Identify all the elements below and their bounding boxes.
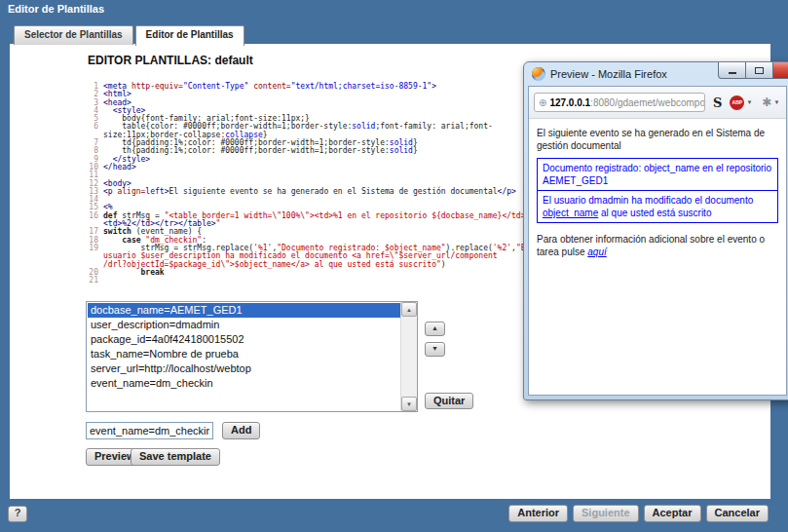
firefox-preview-window[interactable]: Preview - Mozilla Firefox × ⊕ 127.0.0.1:… — [523, 61, 788, 400]
addon-button[interactable]: ✱ ▼ — [760, 95, 779, 109]
remove-button[interactable]: Quitar — [425, 393, 473, 409]
list-item[interactable]: user_description=dmadmin — [88, 318, 400, 332]
scroll-down-icon[interactable]: ▼ — [401, 397, 417, 411]
firefox-icon — [532, 67, 545, 81]
window-title: Preview - Mozilla Firefox — [550, 68, 667, 80]
minimize-icon — [729, 72, 736, 74]
minimize-button[interactable] — [718, 62, 746, 79]
list-item[interactable]: package_id=4a0f424180015502 — [88, 332, 400, 347]
move-up-button[interactable]: ▲ — [425, 322, 445, 336]
ghostery-icon[interactable]: S — [713, 95, 722, 110]
event-row-2-tail: al que usted está suscrito — [598, 208, 711, 218]
globe-icon: ⊕ — [539, 97, 546, 108]
wizard-buttons: Anterior Siguiente Aceptar Cancelar — [508, 505, 769, 522]
browser-content: El siguiente evento se ha generado en el… — [529, 119, 786, 395]
more-info-text: Para obtener información adicional sobre… — [537, 233, 781, 258]
help-button[interactable]: ? — [8, 506, 27, 522]
aceptar-button[interactable]: Aceptar — [644, 505, 701, 522]
url-host: 127.0.0.1 — [549, 97, 590, 108]
event-row-1: Documento registrado: object_name en el … — [538, 159, 778, 191]
tab-selector-de-plantillas[interactable]: Selector de Plantillas — [14, 25, 133, 45]
application-window: Editor de Plantillas Selector de Plantil… — [0, 0, 788, 532]
url-path: :8080/gdaemet/webcomponent/l — [590, 97, 705, 108]
window-body: ⊕ 127.0.0.1:8080/gdaemet/webcomponent/l … — [528, 86, 787, 396]
maximize-button[interactable] — [746, 62, 772, 79]
move-down-button[interactable]: ▼ — [425, 342, 445, 357]
tab-editor-de-plantillas[interactable]: Editor de Plantillas — [135, 25, 244, 46]
url-bar[interactable]: ⊕ 127.0.0.1:8080/gdaemet/webcomponent/l — [534, 93, 705, 112]
param-input[interactable] — [86, 422, 213, 439]
event-row-2-text: El usuario dmadmin ha modificado el docu… — [543, 195, 753, 206]
bug-icon: ✱ — [762, 95, 771, 109]
page-title: Editor de Plantillas — [8, 3, 104, 15]
editor-title: EDITOR PLANTILLAS: default — [88, 54, 253, 67]
browser-toolbar: ⊕ 127.0.0.1:8080/gdaemet/webcomponent/l … — [529, 87, 786, 119]
save-template-button[interactable]: Save template — [131, 448, 220, 466]
chevron-down-icon: ▼ — [773, 99, 779, 105]
adblock-icon: ABP — [730, 95, 744, 110]
event-row-2: El usuario dmadmin ha modificado el docu… — [538, 191, 778, 223]
chevron-down-icon: ▼ — [746, 99, 752, 105]
params-listbox[interactable]: docbase_name=AEMET_GED1user_description=… — [86, 301, 418, 412]
more-info-label: Para obtener información adicional sobre… — [537, 234, 765, 257]
params-list: docbase_name=AEMET_GED1user_description=… — [88, 303, 400, 410]
cancelar-button[interactable]: Cancelar — [706, 505, 769, 522]
siguiente-button[interactable]: Siguiente — [573, 505, 639, 522]
list-item[interactable]: server_url=http://localhost/webtop — [88, 361, 400, 376]
window-controls: × — [718, 62, 788, 79]
anterior-button[interactable]: Anterior — [508, 505, 568, 522]
adblock-button[interactable]: ABP ▼ — [730, 95, 752, 110]
listbox-scrollbar[interactable]: ▲ ▼ — [400, 302, 417, 411]
list-item[interactable]: event_name=dm_checkin — [88, 376, 400, 391]
maximize-icon — [755, 67, 764, 74]
add-button[interactable]: Add — [222, 422, 260, 439]
scroll-up-icon[interactable]: ▲ — [401, 302, 417, 317]
object-name-link[interactable]: object_name — [543, 208, 598, 218]
event-table: Documento registrado: object_name en el … — [537, 158, 778, 223]
tab-bar: Selector de Plantillas Editor de Plantil… — [14, 25, 244, 46]
list-item[interactable]: task_name=Nombre de prueba — [88, 347, 400, 361]
close-button[interactable]: × — [772, 62, 788, 79]
list-item[interactable]: docbase_name=AEMET_GED1 — [88, 303, 400, 318]
aqui-link[interactable]: aquí — [587, 247, 606, 257]
preview-intro-text: El siguiente evento se ha generado en el… — [537, 127, 781, 152]
